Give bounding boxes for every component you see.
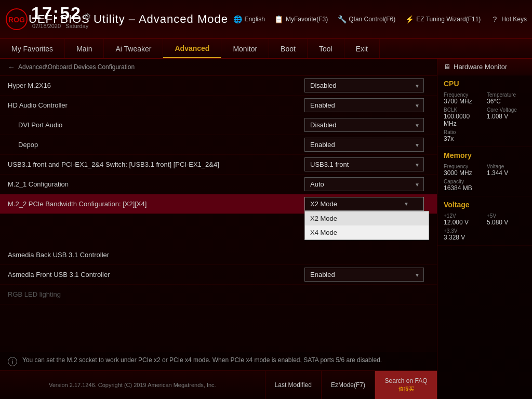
main-layout: ← Advanced\Onboard Devices Configuration… xyxy=(0,59,532,399)
hw-cpu-section: CPU Frequency 3700 MHz Temperature 36°C … xyxy=(437,75,532,147)
breadcrumb: ← Advanced\Onboard Devices Configuration xyxy=(0,59,437,76)
bookmark-icon: 📋 xyxy=(274,15,284,24)
setting-value-hd-audio: Enabled xyxy=(304,98,429,112)
hw-mem-freq-label: Frequency 3000 MHz xyxy=(444,164,483,177)
hw-cpu-freq-label: Frequency 3700 MHz xyxy=(444,92,483,105)
asmedia-front-dropdown[interactable]: Enabled xyxy=(304,268,424,282)
header-time: 17:52 xyxy=(31,3,82,23)
usb31-dropdown[interactable]: USB3.1 front xyxy=(304,157,424,171)
question-icon: ? xyxy=(490,15,499,24)
m2-2-option-x4[interactable]: X4 Mode xyxy=(305,225,429,240)
setting-row-m2-1: M.2_1 Configuration Auto xyxy=(0,175,437,194)
header-tools: 🌐 English 📋 MyFavorite(F3) 🔧 Qfan Contro… xyxy=(233,15,527,24)
usb31-dropdown-wrapper: USB3.1 front xyxy=(304,157,424,171)
last-modified-btn[interactable]: Last Modified xyxy=(265,371,321,400)
hw-cpu-title: CPU xyxy=(444,79,526,88)
hw-voltage-grid: +12V 12.000 V +5V 5.080 V xyxy=(444,213,526,226)
footer-buttons: Last Modified EzMode(F7) Search on FAQ 值… xyxy=(265,371,437,400)
hw-cpu-bclk-label: BCLK 100.0000 MHz xyxy=(444,107,483,127)
m2-1-dropdown[interactable]: Auto xyxy=(304,177,424,191)
setting-value-m2-2: X2 Mode ▼ X2 Mode X4 Mode xyxy=(304,197,429,211)
wand-icon: ⚡ xyxy=(405,15,414,24)
hw-cpu-temp-label: Temperature 36°C xyxy=(487,92,526,105)
hw-volt-5v-label: +5V 5.080 V xyxy=(487,213,526,226)
nav-advanced[interactable]: Advanced xyxy=(163,39,221,58)
nav-my-favorites[interactable]: My Favorites xyxy=(0,39,65,58)
nav-boot[interactable]: Boot xyxy=(269,39,308,58)
setting-row-usb31: USB3.1 front and PCI-EX1_2&4 Switch: [US… xyxy=(0,155,437,175)
back-arrow[interactable]: ← xyxy=(8,63,15,71)
setting-row-hd-audio: HD Audio Controller Enabled xyxy=(0,96,437,115)
hw-memory-title: Memory xyxy=(444,151,526,159)
dvi-port-dropdown-wrapper: Disabled xyxy=(304,118,424,132)
hw-mem-volt-label: Voltage 1.344 V xyxy=(487,164,526,177)
setting-label-m2-2: M.2_2 PCIe Bandwidth Configuration: [X2]… xyxy=(8,196,304,212)
header-day: Saturday xyxy=(65,23,88,29)
hd-audio-dropdown[interactable]: Enabled xyxy=(304,98,424,112)
hd-audio-dropdown-wrapper: Enabled xyxy=(304,98,424,112)
hw-memory-section: Memory Frequency 3000 MHz Voltage 1.344 … xyxy=(437,147,532,196)
footer: Version 2.17.1246. Copyright (C) 2019 Am… xyxy=(0,370,437,399)
setting-row-hyper-m2x16: Hyper M.2X16 Disabled xyxy=(0,76,437,96)
info-bar: i You can set the M.2 socket to work und… xyxy=(0,352,437,370)
setting-value-asmedia-front: Enabled xyxy=(304,268,429,282)
nav-ai-tweaker[interactable]: Ai Tweaker xyxy=(104,39,163,58)
nav-exit[interactable]: Exit xyxy=(344,39,380,58)
depop-dropdown[interactable]: Enabled xyxy=(304,138,424,152)
header-date: 07/18/2020 xyxy=(32,23,61,29)
setting-label-depop: Depop xyxy=(8,137,304,153)
hw-voltage-section: Voltage +12V 12.000 V +5V 5.080 V +3.3V … xyxy=(437,196,532,246)
settings-table: Hyper M.2X16 Disabled HD Audio Controlle… xyxy=(0,76,437,304)
setting-value-depop: Enabled xyxy=(304,138,429,152)
m2-2-dropdown-menu: X2 Mode X4 Mode xyxy=(304,211,429,240)
setting-row-asmedia-front: Asmedia Front USB 3.1 Controller Enabled xyxy=(0,265,437,285)
hw-monitor-title: Hardware Monitor xyxy=(454,63,507,71)
hw-voltage-title: Voltage xyxy=(444,201,526,209)
setting-label-dvi-port: DVI Port Audio xyxy=(8,117,304,133)
setting-label-asmedia-back: Asmedia Back USB 3.1 Controller xyxy=(8,247,304,263)
english-btn[interactable]: 🌐 English xyxy=(233,15,265,24)
dvi-port-dropdown[interactable]: Disabled xyxy=(304,118,424,132)
m2-2-option-x2[interactable]: X2 Mode xyxy=(305,211,429,225)
setting-value-m2-1: Auto xyxy=(304,177,429,191)
nav-monitor[interactable]: Monitor xyxy=(221,39,269,58)
setting-label-rgb: RGB LED lighting xyxy=(8,286,304,302)
hw-volt-12v-label: +12V 12.000 V xyxy=(444,213,483,226)
setting-label-asmedia-front: Asmedia Front USB 3.1 Controller xyxy=(8,267,304,283)
depop-dropdown-wrapper: Enabled xyxy=(304,138,424,152)
navbar: My Favorites Main Ai Tweaker Advanced Mo… xyxy=(0,39,532,59)
setting-label-m2-1: M.2_1 Configuration xyxy=(8,176,304,192)
search-faq-btn[interactable]: Search on FAQ 值得买 xyxy=(375,371,437,400)
setting-row-asmedia-back: Asmedia Back USB 3.1 Controller xyxy=(0,245,437,265)
monitor-icon: 🖥 xyxy=(444,63,450,71)
hw-monitor-sidebar: 🖥 Hardware Monitor CPU Frequency 3700 MH… xyxy=(437,59,532,399)
hw-volt-33v: +3.3V 3.328 V xyxy=(444,228,526,241)
m2-2-dropdown-trigger[interactable]: X2 Mode ▼ xyxy=(304,197,424,211)
hyper-m2x16-dropdown[interactable]: Disabled xyxy=(304,78,424,92)
setting-value-usb31: USB3.1 front xyxy=(304,157,429,171)
nav-main[interactable]: Main xyxy=(65,39,104,58)
ezmode-btn[interactable]: EzMode(F7) xyxy=(321,371,375,400)
search-faq-subtitle: 值得买 xyxy=(398,385,414,393)
hw-cpu-ratio: Ratio 37x xyxy=(444,129,526,142)
m2-1-dropdown-wrapper: Auto xyxy=(304,177,424,191)
header: ROG UEFI BIOS Utility – Advanced Mode 17… xyxy=(0,0,532,39)
myfavorite-btn[interactable]: 📋 MyFavorite(F3) xyxy=(274,15,328,24)
fan-icon: 🔧 xyxy=(337,15,347,24)
hotkeys-btn[interactable]: ? Hot Keys xyxy=(490,15,527,24)
qfan-btn[interactable]: 🔧 Qfan Control(F6) xyxy=(337,15,395,24)
hw-monitor-header: 🖥 Hardware Monitor xyxy=(437,59,532,75)
setting-row-m2-2: M.2_2 PCIe Bandwidth Configuration: [X2]… xyxy=(0,194,437,214)
nav-tool[interactable]: Tool xyxy=(308,39,344,58)
footer-version: Version 2.17.1246. Copyright (C) 2019 Am… xyxy=(0,382,265,388)
setting-row-dvi-port: DVI Port Audio Disabled xyxy=(0,115,437,135)
setting-row-depop: Depop Enabled xyxy=(0,135,437,155)
ez-tuning-btn[interactable]: ⚡ EZ Tuning Wizard(F11) xyxy=(405,15,481,24)
setting-label-hd-audio: HD Audio Controller xyxy=(8,97,304,113)
hw-memory-grid: Frequency 3000 MHz Voltage 1.344 V xyxy=(444,164,526,177)
content-area: ← Advanced\Onboard Devices Configuration… xyxy=(0,59,437,399)
setting-row-rgb: RGB LED lighting xyxy=(0,285,437,304)
globe-icon: 🌐 xyxy=(233,15,243,24)
setting-label-hyper-m2x16: Hyper M.2X16 xyxy=(8,77,304,94)
gear-icon[interactable]: ⚙ xyxy=(84,11,91,21)
